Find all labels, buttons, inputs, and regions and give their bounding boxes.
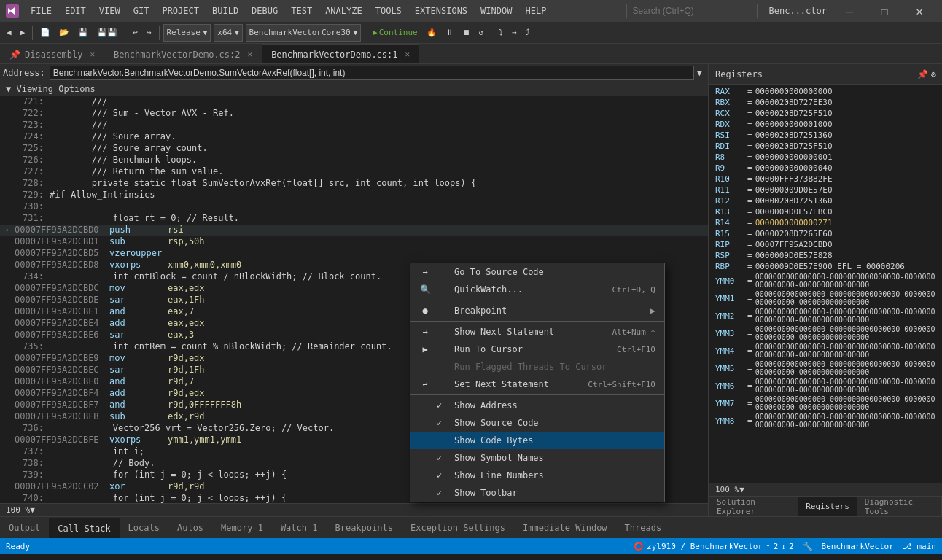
toolbar-stop[interactable]: ⏹ <box>459 24 474 42</box>
bottom-tab-call-stack[interactable]: Call Stack <box>49 518 119 538</box>
reg-zoom-dropdown[interactable]: ▼ <box>739 485 744 494</box>
bottom-tab-threads[interactable]: Threads <box>616 518 671 538</box>
code-line[interactable]: 721: /// <box>0 96 708 108</box>
tab-benchmarkdemo1-close[interactable]: ✕ <box>405 50 410 59</box>
context-menu-item-goto-source[interactable]: → Go To Source Code <box>410 263 664 281</box>
context-menu-item-set-next[interactable]: ↩ Set Next Statement Ctrl+Shift+F10 <box>410 376 664 393</box>
context-menu-item-quickwatch[interactable]: 🔍 QuickWatch... Ctrl+D, Q <box>410 281 664 298</box>
tab-disassembly-close[interactable]: ✕ <box>90 50 95 59</box>
bottom-tab-locals[interactable]: Locals <box>120 518 168 538</box>
arrow-placeholder <box>3 201 15 211</box>
toolbar-redo[interactable]: ↪ <box>143 24 155 42</box>
code-line[interactable]: 731: float rt = 0; // Result. <box>0 213 708 225</box>
panel-tab-registers[interactable]: Registers <box>798 497 857 517</box>
toolbar-new[interactable]: 📄 <box>36 24 54 42</box>
code-line[interactable]: 726: /// Benchmark loops. <box>0 155 708 166</box>
zoom-dropdown[interactable]: ▼ <box>30 505 35 515</box>
context-menu-separator <box>410 394 664 395</box>
code-line[interactable]: 00007FF95A2DCBD1subrsp,50h <box>0 236 708 248</box>
menu-edit[interactable]: EDIT <box>59 4 92 18</box>
panel-tab-solution-explorer[interactable]: Solution Explorer <box>709 497 798 517</box>
release-dropdown[interactable]: Release ▼ <box>163 24 211 42</box>
menu-window[interactable]: WINDOW <box>475 4 518 18</box>
platform-dropdown[interactable]: x64 ▼ <box>214 24 242 42</box>
toolbar-stepover[interactable]: → <box>508 24 521 42</box>
context-menu-item-run-cursor[interactable]: ▶ Run To Cursor Ctrl+F10 <box>410 341 664 358</box>
asm-instr: sar <box>109 295 168 305</box>
continue-btn[interactable]: ▶ Continue <box>369 24 421 42</box>
asm-addr: 00007FF95A2DCBE9 <box>15 353 109 363</box>
address-dropdown[interactable]: ▼ <box>694 68 705 78</box>
bottom-tab-watch1[interactable]: Watch 1 <box>272 518 327 538</box>
reg-name: R15 <box>715 229 744 238</box>
menu-extensions[interactable]: EXTENSIONS <box>409 4 473 18</box>
toolbar-sep4 <box>365 26 365 40</box>
toolbar-save[interactable]: 💾 <box>74 24 92 42</box>
context-menu-item-show-numbers[interactable]: ✓ Show Line Numbers <box>410 467 664 484</box>
menu-build[interactable]: BUILD <box>206 4 244 18</box>
tab-benchmarkdemo2-close[interactable]: ✕ <box>248 50 253 59</box>
register-item: RSP = 0000009D0E57E828 <box>709 250 942 261</box>
toolbar-stepin[interactable]: ⤵ <box>495 24 507 42</box>
code-line[interactable]: 728: private static float SumVectorAvxRe… <box>0 178 708 190</box>
context-menu-item-show-next[interactable]: → Show Next Statement Alt+Num * <box>410 323 664 341</box>
tab-disassembly[interactable]: 📌 Disassembly ✕ <box>0 44 104 63</box>
asm-operand: eax,7 <box>168 306 194 316</box>
code-line[interactable]: 730: <box>0 201 708 213</box>
menu-test[interactable]: TEST <box>285 4 318 18</box>
code-line[interactable]: 729:#if Allow_Intrinsics <box>0 190 708 201</box>
viewing-options[interactable]: ▼ Viewing Options <box>0 82 708 96</box>
bottom-tab-exception-settings[interactable]: Exception Settings <box>402 518 514 538</box>
context-menu-item-show-symbols[interactable]: ✓ Show Symbol Names <box>410 449 664 467</box>
context-menu-item-show-toolbar[interactable]: ✓ Show Toolbar <box>410 484 664 502</box>
menu-help[interactable]: HELP <box>519 4 552 18</box>
context-menu-item-show-source[interactable]: ✓ Show Source Code <box>410 414 664 432</box>
address-input[interactable] <box>50 66 694 80</box>
bottom-tab-immediate[interactable]: Immediate Window <box>514 518 616 538</box>
registers-panel: Registers 📌 ⚙ RAX = 0000000000000000RBX … <box>709 64 942 516</box>
current-arrow <box>3 435 15 445</box>
code-line[interactable]: →00007FF95A2DCBD0pushrsi <box>0 225 708 236</box>
global-search[interactable] <box>626 4 758 18</box>
project-dropdown[interactable]: BenchmarkVectorCore30 ▼ <box>246 24 362 42</box>
tab-benchmarkdemo2[interactable]: BenchmarkVectorDemo.cs:2 ✕ <box>104 44 262 63</box>
bottom-tab-autos[interactable]: Autos <box>168 518 212 538</box>
context-menu-item-show-address[interactable]: ✓ Show Address <box>410 397 664 414</box>
panel-tab-diagnostic[interactable]: Diagnostic Tools <box>857 497 942 517</box>
toolbar-breakall[interactable]: ⏸ <box>442 24 457 42</box>
context-menu-item-show-bytes[interactable]: Show Code Bytes <box>410 432 664 449</box>
reg-name: YMM1 <box>715 294 744 303</box>
context-menu-item-breakpoint[interactable]: ● Breakpoint ▶ <box>410 302 664 319</box>
bottom-tab-breakpoints[interactable]: Breakpoints <box>326 518 401 538</box>
toolbar-restart[interactable]: ↺ <box>475 24 488 42</box>
context-menu: → Go To Source Code 🔍 QuickWatch... Ctrl… <box>410 262 665 502</box>
toolbar-forward[interactable]: ▶ <box>17 24 29 42</box>
menu-tools[interactable]: TOOLS <box>370 4 408 18</box>
toolbar-open[interactable]: 📂 <box>55 24 73 42</box>
code-line[interactable]: 00007FF95A2DCBD5vzeroupper <box>0 248 708 260</box>
close-button[interactable]: ✕ <box>903 0 936 22</box>
code-line[interactable]: 725: /// Soure array count. <box>0 143 708 155</box>
toolbar-fire[interactable]: 🔥 <box>423 24 440 42</box>
toolbar-back[interactable]: ◀ <box>3 24 15 42</box>
code-line[interactable]: 722: /// Sum - Vector AVX - Ref. <box>0 108 708 120</box>
toolbar-undo[interactable]: ↩ <box>129 24 141 42</box>
bottom-tab-memory1[interactable]: Memory 1 <box>212 518 272 538</box>
code-line[interactable]: 723: /// <box>0 120 708 131</box>
menu-git[interactable]: GIT <box>128 4 155 18</box>
reg-pin-icon[interactable]: 📌 <box>917 69 928 79</box>
menu-analyze[interactable]: ANALYZE <box>319 4 368 18</box>
tab-benchmarkdemo1[interactable]: BenchmarkVectorDemo.cs:1 ✕ <box>262 44 419 63</box>
maximize-button[interactable]: ❐ <box>868 0 901 22</box>
toolbar-stepout[interactable]: ⤴ <box>522 24 534 42</box>
code-line[interactable]: 727: /// Return the sum value. <box>0 166 708 178</box>
menu-debug[interactable]: DEBUG <box>246 4 284 18</box>
menu-file[interactable]: FILE <box>25 4 58 18</box>
menu-project[interactable]: PROJECT <box>156 4 205 18</box>
toolbar-save-all[interactable]: 💾💾 <box>93 24 121 42</box>
minimize-button[interactable]: — <box>833 0 866 22</box>
menu-view[interactable]: VIEW <box>93 4 126 18</box>
reg-settings-icon[interactable]: ⚙ <box>931 69 936 79</box>
code-line[interactable]: 724: /// Soure array. <box>0 131 708 143</box>
bottom-tab-output[interactable]: Output <box>0 518 49 538</box>
